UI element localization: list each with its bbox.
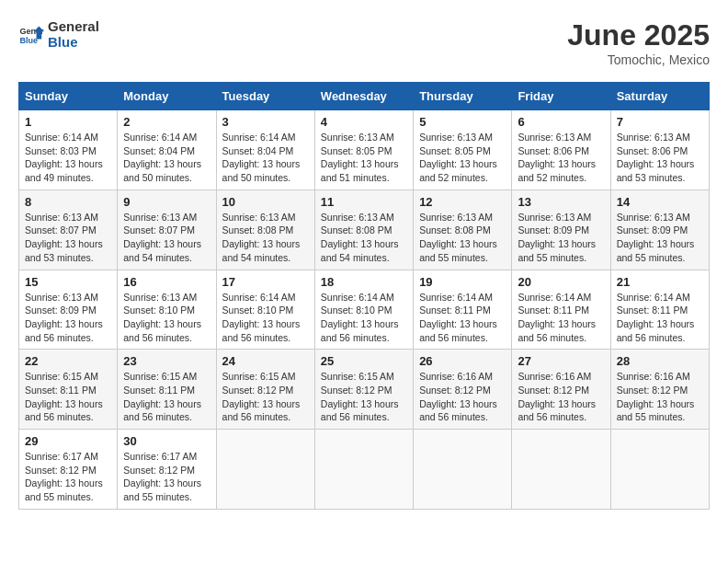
day-detail: Sunrise: 6:13 AMSunset: 8:05 PMDaylight:…	[321, 131, 407, 185]
day-detail: Sunrise: 6:15 AMSunset: 8:12 PMDaylight:…	[222, 370, 309, 424]
week-row-3: 15Sunrise: 6:13 AMSunset: 8:09 PMDayligh…	[19, 270, 710, 350]
day-cell: 26Sunrise: 6:16 AMSunset: 8:12 PMDayligh…	[414, 350, 512, 430]
day-number: 15	[25, 275, 111, 289]
day-cell: 19Sunrise: 6:14 AMSunset: 8:11 PMDayligh…	[414, 270, 512, 350]
day-cell	[314, 430, 413, 510]
day-detail: Sunrise: 6:13 AMSunset: 8:09 PMDaylight:…	[617, 211, 703, 265]
weekday-sunday: Sunday	[19, 83, 118, 110]
day-detail: Sunrise: 6:17 AMSunset: 8:12 PMDaylight:…	[25, 450, 111, 504]
day-detail: Sunrise: 6:13 AMSunset: 8:05 PMDaylight:…	[419, 131, 506, 185]
day-number: 12	[419, 195, 506, 209]
day-number: 2	[123, 115, 210, 129]
day-detail: Sunrise: 6:14 AMSunset: 8:10 PMDaylight:…	[222, 291, 309, 345]
day-number: 27	[518, 354, 604, 368]
day-number: 25	[321, 354, 407, 368]
day-number: 21	[617, 275, 703, 289]
day-cell	[512, 430, 610, 510]
day-number: 8	[25, 195, 111, 209]
week-row-4: 22Sunrise: 6:15 AMSunset: 8:11 PMDayligh…	[19, 350, 710, 430]
day-cell: 21Sunrise: 6:14 AMSunset: 8:11 PMDayligh…	[610, 270, 709, 350]
day-cell: 22Sunrise: 6:15 AMSunset: 8:11 PMDayligh…	[19, 350, 118, 430]
day-cell: 8Sunrise: 6:13 AMSunset: 8:07 PMDaylight…	[19, 190, 118, 270]
day-cell: 16Sunrise: 6:13 AMSunset: 8:10 PMDayligh…	[118, 270, 216, 350]
day-number: 23	[123, 354, 210, 368]
day-detail: Sunrise: 6:13 AMSunset: 8:06 PMDaylight:…	[518, 131, 604, 185]
week-row-5: 29Sunrise: 6:17 AMSunset: 8:12 PMDayligh…	[19, 430, 710, 510]
day-number: 6	[518, 115, 604, 129]
weekday-thursday: Thursday	[414, 83, 512, 110]
day-cell: 2Sunrise: 6:14 AMSunset: 8:04 PMDaylight…	[118, 110, 216, 190]
day-cell: 20Sunrise: 6:14 AMSunset: 8:11 PMDayligh…	[512, 270, 610, 350]
month-title: June 2025	[567, 18, 710, 52]
day-number: 7	[617, 115, 703, 129]
logo-blue: Blue	[48, 34, 99, 50]
day-cell	[610, 430, 709, 510]
logo-general: General	[48, 18, 99, 34]
day-cell: 15Sunrise: 6:13 AMSunset: 8:09 PMDayligh…	[19, 270, 118, 350]
location-title: Tomochic, Mexico	[567, 52, 710, 67]
weekday-header-row: SundayMondayTuesdayWednesdayThursdayFrid…	[19, 83, 710, 110]
day-detail: Sunrise: 6:14 AMSunset: 8:04 PMDaylight:…	[222, 131, 309, 185]
day-number: 30	[123, 434, 210, 448]
weekday-monday: Monday	[118, 83, 216, 110]
day-detail: Sunrise: 6:15 AMSunset: 8:12 PMDaylight:…	[321, 370, 407, 424]
day-detail: Sunrise: 6:13 AMSunset: 8:08 PMDaylight:…	[419, 211, 506, 265]
day-detail: Sunrise: 6:13 AMSunset: 8:10 PMDaylight:…	[123, 291, 210, 345]
day-number: 26	[419, 354, 506, 368]
logo-icon: General Blue	[18, 21, 44, 47]
day-detail: Sunrise: 6:16 AMSunset: 8:12 PMDaylight:…	[518, 370, 604, 424]
day-cell: 18Sunrise: 6:14 AMSunset: 8:10 PMDayligh…	[314, 270, 413, 350]
day-cell: 9Sunrise: 6:13 AMSunset: 8:07 PMDaylight…	[118, 190, 216, 270]
day-cell: 24Sunrise: 6:15 AMSunset: 8:12 PMDayligh…	[216, 350, 314, 430]
header: General Blue General Blue June 2025 Tomo…	[18, 18, 710, 67]
day-detail: Sunrise: 6:13 AMSunset: 8:09 PMDaylight:…	[518, 211, 604, 265]
day-number: 4	[321, 115, 407, 129]
day-cell: 11Sunrise: 6:13 AMSunset: 8:08 PMDayligh…	[314, 190, 413, 270]
day-detail: Sunrise: 6:13 AMSunset: 8:09 PMDaylight:…	[25, 291, 111, 345]
day-cell: 28Sunrise: 6:16 AMSunset: 8:12 PMDayligh…	[610, 350, 709, 430]
day-number: 14	[617, 195, 703, 209]
day-detail: Sunrise: 6:16 AMSunset: 8:12 PMDaylight:…	[617, 370, 703, 424]
day-detail: Sunrise: 6:17 AMSunset: 8:12 PMDaylight:…	[123, 450, 210, 504]
day-number: 3	[222, 115, 309, 129]
day-cell: 29Sunrise: 6:17 AMSunset: 8:12 PMDayligh…	[19, 430, 118, 510]
day-detail: Sunrise: 6:13 AMSunset: 8:08 PMDaylight:…	[222, 211, 309, 265]
day-detail: Sunrise: 6:14 AMSunset: 8:10 PMDaylight:…	[321, 291, 407, 345]
week-row-1: 1Sunrise: 6:14 AMSunset: 8:03 PMDaylight…	[19, 110, 710, 190]
day-number: 19	[419, 275, 506, 289]
calendar-table: SundayMondayTuesdayWednesdayThursdayFrid…	[18, 82, 710, 510]
day-number: 22	[25, 354, 111, 368]
day-cell: 5Sunrise: 6:13 AMSunset: 8:05 PMDaylight…	[414, 110, 512, 190]
day-number: 20	[518, 275, 604, 289]
day-detail: Sunrise: 6:14 AMSunset: 8:11 PMDaylight:…	[518, 291, 604, 345]
day-detail: Sunrise: 6:13 AMSunset: 8:07 PMDaylight:…	[123, 211, 210, 265]
day-cell: 30Sunrise: 6:17 AMSunset: 8:12 PMDayligh…	[118, 430, 216, 510]
day-cell: 23Sunrise: 6:15 AMSunset: 8:11 PMDayligh…	[118, 350, 216, 430]
day-number: 29	[25, 434, 111, 448]
day-detail: Sunrise: 6:16 AMSunset: 8:12 PMDaylight:…	[419, 370, 506, 424]
svg-text:Blue: Blue	[19, 36, 38, 45]
day-detail: Sunrise: 6:13 AMSunset: 8:08 PMDaylight:…	[321, 211, 407, 265]
day-cell: 27Sunrise: 6:16 AMSunset: 8:12 PMDayligh…	[512, 350, 610, 430]
day-detail: Sunrise: 6:14 AMSunset: 8:04 PMDaylight:…	[123, 131, 210, 185]
day-number: 5	[419, 115, 506, 129]
day-detail: Sunrise: 6:14 AMSunset: 8:11 PMDaylight:…	[617, 291, 703, 345]
day-cell: 12Sunrise: 6:13 AMSunset: 8:08 PMDayligh…	[414, 190, 512, 270]
day-cell	[414, 430, 512, 510]
day-cell	[216, 430, 314, 510]
day-number: 24	[222, 354, 309, 368]
calendar-body: 1Sunrise: 6:14 AMSunset: 8:03 PMDaylight…	[19, 110, 710, 510]
week-row-2: 8Sunrise: 6:13 AMSunset: 8:07 PMDaylight…	[19, 190, 710, 270]
day-detail: Sunrise: 6:14 AMSunset: 8:11 PMDaylight:…	[419, 291, 506, 345]
weekday-wednesday: Wednesday	[314, 83, 413, 110]
day-cell: 4Sunrise: 6:13 AMSunset: 8:05 PMDaylight…	[314, 110, 413, 190]
day-number: 10	[222, 195, 309, 209]
day-cell: 7Sunrise: 6:13 AMSunset: 8:06 PMDaylight…	[610, 110, 709, 190]
day-detail: Sunrise: 6:15 AMSunset: 8:11 PMDaylight:…	[25, 370, 111, 424]
day-number: 9	[123, 195, 210, 209]
day-cell: 25Sunrise: 6:15 AMSunset: 8:12 PMDayligh…	[314, 350, 413, 430]
day-cell: 1Sunrise: 6:14 AMSunset: 8:03 PMDaylight…	[19, 110, 118, 190]
day-number: 11	[321, 195, 407, 209]
day-cell: 3Sunrise: 6:14 AMSunset: 8:04 PMDaylight…	[216, 110, 314, 190]
day-number: 18	[321, 275, 407, 289]
